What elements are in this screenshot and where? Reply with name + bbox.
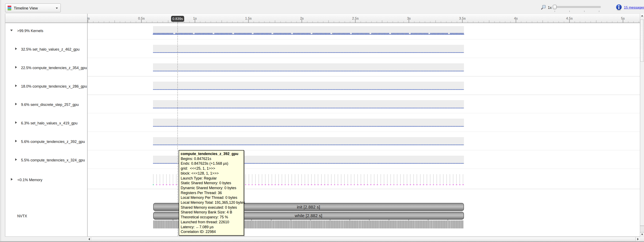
sidebar-row-label[interactable]: 5.5% compute_tendencies_x_324_gpu xyxy=(21,158,85,163)
info-icon[interactable] xyxy=(616,4,622,11)
memory-event-dot[interactable] xyxy=(400,184,401,185)
kernel-row-bar[interactable] xyxy=(153,100,464,108)
memory-event-dot[interactable] xyxy=(357,184,358,185)
memory-event-dot[interactable] xyxy=(354,184,355,185)
collapse-triangle-icon[interactable] xyxy=(10,30,13,31)
vertical-scrollbar-thumb[interactable] xyxy=(640,20,644,62)
memory-event-dot[interactable] xyxy=(258,184,260,185)
memory-event-dot[interactable] xyxy=(321,184,322,185)
memory-event-dot[interactable] xyxy=(153,184,154,185)
memory-event-dot[interactable] xyxy=(265,184,266,185)
sidebar-row-label[interactable]: 6.3% set_halo_values_x_419_gpu xyxy=(21,121,78,126)
memory-event-dot[interactable] xyxy=(440,184,441,185)
memory-event-dot[interactable] xyxy=(159,184,160,185)
expand-triangle-icon[interactable] xyxy=(15,84,17,87)
memory-event-dot[interactable] xyxy=(374,184,375,185)
memory-event-dot[interactable] xyxy=(314,184,316,185)
memory-event-dot[interactable] xyxy=(430,184,431,185)
memory-event-dot[interactable] xyxy=(370,184,372,185)
memory-event-dot[interactable] xyxy=(338,184,338,185)
memory-event-dot[interactable] xyxy=(285,184,286,185)
memory-event-dot[interactable] xyxy=(446,184,447,185)
sidebar-row-label[interactable]: 18.0% compute_tendencies_x_286_gpu xyxy=(21,84,87,89)
memory-event-dot[interactable] xyxy=(390,184,391,185)
memory-event-dot[interactable] xyxy=(252,184,253,185)
memory-event-dot[interactable] xyxy=(288,184,289,185)
memory-event-dot[interactable] xyxy=(308,184,309,185)
sidebar-row-label[interactable]: 9.6% semi_discrete_step_257_gpu xyxy=(21,102,79,107)
zoom-slider-thumb[interactable] xyxy=(553,5,557,9)
memory-event-dot[interactable] xyxy=(311,184,312,185)
memory-event-dot[interactable] xyxy=(176,184,177,185)
memory-event-dot[interactable] xyxy=(384,184,385,185)
sidebar-row-label[interactable]: <0.1% Memory xyxy=(18,177,42,182)
memory-event-dot[interactable] xyxy=(291,184,292,185)
memory-event-dot[interactable] xyxy=(298,184,299,185)
memory-event-dot[interactable] xyxy=(416,184,418,185)
memory-event-dot[interactable] xyxy=(393,184,394,185)
memory-event-dot[interactable] xyxy=(403,184,404,185)
memory-event-dot[interactable] xyxy=(318,184,319,185)
messages-link[interactable]: 15 messages xyxy=(624,5,644,10)
memory-event-dot[interactable] xyxy=(172,184,174,185)
sidebar-row-label[interactable]: 5.6% compute_tendencies_z_392_gpu xyxy=(21,139,85,144)
memory-event-dot[interactable] xyxy=(459,184,460,185)
scroll-down-button[interactable] xyxy=(640,232,644,236)
time-marker[interactable]: 0.839s xyxy=(171,16,184,22)
memory-event-dot[interactable] xyxy=(443,184,444,185)
memory-event-dot[interactable] xyxy=(406,184,408,185)
expand-triangle-icon[interactable] xyxy=(15,66,17,68)
memory-event-dot[interactable] xyxy=(274,184,276,185)
memory-event-dot[interactable] xyxy=(387,184,388,185)
memory-event-dot[interactable] xyxy=(360,184,362,185)
memory-event-dot[interactable] xyxy=(301,184,302,185)
expand-triangle-icon[interactable] xyxy=(15,121,17,124)
timeline-canvas[interactable]: init [2.882 s]while [2.882 s] xyxy=(87,23,640,236)
scroll-up-button[interactable] xyxy=(640,14,644,18)
memory-event-dot[interactable] xyxy=(331,184,332,185)
memory-event-dot[interactable] xyxy=(367,184,368,185)
memory-event-dot[interactable] xyxy=(163,184,164,185)
expand-triangle-icon[interactable] xyxy=(11,178,13,181)
expand-triangle-icon[interactable] xyxy=(15,158,17,161)
memory-event-dot[interactable] xyxy=(156,184,157,185)
memory-event-dot[interactable] xyxy=(462,184,464,185)
memory-event-dot[interactable] xyxy=(255,184,256,185)
expand-triangle-icon[interactable] xyxy=(15,103,17,105)
memory-event-dot[interactable] xyxy=(294,184,296,185)
memory-event-dot[interactable] xyxy=(426,184,428,185)
memory-event-dot[interactable] xyxy=(344,184,345,185)
zoom-slider-track[interactable] xyxy=(554,6,601,8)
memory-event-dot[interactable] xyxy=(453,184,454,185)
memory-event-dot[interactable] xyxy=(456,184,457,185)
sidebar-splitter[interactable] xyxy=(87,14,88,236)
kernel-row-bar[interactable] xyxy=(153,119,464,127)
memory-event-dot[interactable] xyxy=(413,184,414,185)
memory-event-dot[interactable] xyxy=(248,184,250,185)
memory-event-dot[interactable] xyxy=(304,184,306,185)
memory-event-dot[interactable] xyxy=(278,184,279,185)
memory-event-dot[interactable] xyxy=(268,184,269,185)
memory-event-dot[interactable] xyxy=(166,184,167,185)
horizontal-scrollbar-thumb[interactable] xyxy=(91,237,636,241)
memory-event-dot[interactable] xyxy=(436,184,438,185)
memory-event-dot[interactable] xyxy=(281,184,282,185)
kernel-row-bar[interactable] xyxy=(153,45,464,53)
scroll-left-button[interactable] xyxy=(87,237,91,241)
memory-event-dot[interactable] xyxy=(324,184,325,185)
memory-event-dot[interactable] xyxy=(245,184,246,185)
scroll-right-button[interactable] xyxy=(636,237,640,241)
expand-triangle-icon[interactable] xyxy=(15,140,17,142)
memory-event-dot[interactable] xyxy=(380,184,382,185)
memory-event-dot[interactable] xyxy=(364,184,365,185)
memory-event-dot[interactable] xyxy=(423,184,424,185)
view-selector-dropdown[interactable]: Timeline View xyxy=(5,4,61,12)
kernel-row-bar[interactable] xyxy=(153,82,464,90)
memory-event-dot[interactable] xyxy=(420,184,421,185)
sidebar-row-label[interactable]: 32.5% set_halo_values_z_462_gpu xyxy=(21,47,80,52)
kernel-row-bar[interactable] xyxy=(153,63,464,72)
memory-event-dot[interactable] xyxy=(334,184,335,185)
memory-event-dot[interactable] xyxy=(449,184,450,185)
memory-event-dot[interactable] xyxy=(169,184,170,185)
memory-event-dot[interactable] xyxy=(410,184,411,185)
